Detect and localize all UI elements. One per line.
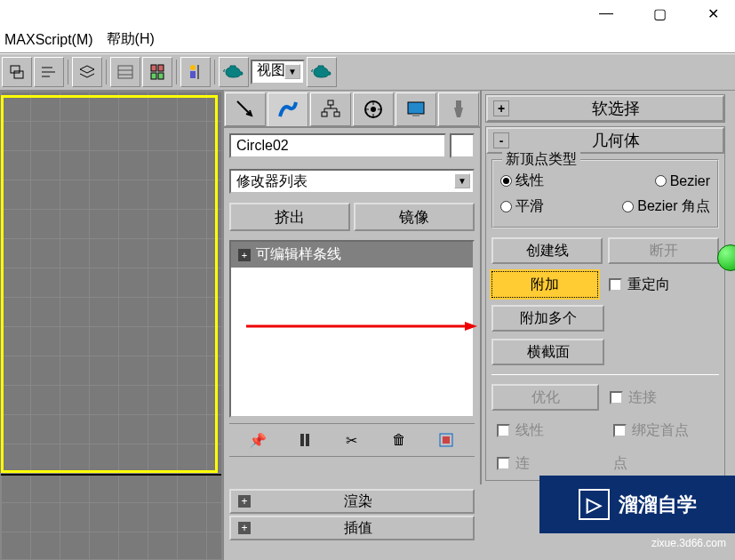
- teapot-render-icon[interactable]: [307, 57, 337, 87]
- close-button[interactable]: ✕: [699, 0, 726, 27]
- plus-icon: +: [493, 100, 509, 116]
- tool-curve-icon[interactable]: [142, 57, 172, 87]
- maximize-button[interactable]: ▢: [646, 0, 673, 27]
- svg-rect-17: [408, 102, 424, 114]
- cmd-tab-create[interactable]: [225, 92, 266, 126]
- svg-rect-0: [11, 66, 20, 73]
- axis-line: [1, 474, 221, 476]
- modifier-list-dropdown[interactable]: 修改器列表: [229, 169, 475, 194]
- stack-item-label: 可编辑样条线: [256, 245, 341, 264]
- tool-schematic-icon[interactable]: [2, 57, 32, 87]
- attach-button[interactable]: 附加: [491, 271, 598, 298]
- modifier-stack[interactable]: + 可编辑样条线: [229, 240, 475, 418]
- svg-rect-6: [158, 65, 164, 71]
- tool-align-icon[interactable]: [34, 57, 64, 87]
- bind-first-checkbox[interactable]: [613, 424, 627, 437]
- minus-icon: -: [493, 132, 509, 148]
- minimize-button[interactable]: —: [593, 0, 619, 27]
- svg-rect-2: [118, 66, 132, 78]
- watermark-url: zixue.3d66.com: [651, 537, 726, 549]
- svg-rect-7: [151, 73, 156, 79]
- separator-icon: [68, 60, 68, 84]
- menu-help[interactable]: 帮助(H): [107, 30, 155, 49]
- svg-rect-22: [300, 434, 304, 446]
- cross-section-button[interactable]: 横截面: [491, 339, 604, 365]
- svg-rect-12: [328, 100, 333, 105]
- menu-maxscript[interactable]: MAXScript(M): [4, 32, 93, 48]
- cmd-tab-display[interactable]: [395, 92, 436, 126]
- separator-icon: [214, 60, 215, 84]
- radio-smooth[interactable]: 平滑: [500, 197, 544, 216]
- cmd-tab-hierarchy[interactable]: [310, 92, 351, 126]
- pin-icon[interactable]: 📌: [245, 428, 270, 452]
- object-color-swatch[interactable]: [450, 133, 475, 158]
- separator-icon: [106, 60, 107, 84]
- reorient-checkbox[interactable]: [609, 278, 622, 292]
- mirror-button[interactable]: 镜像: [354, 203, 475, 231]
- rollup-soft-selection[interactable]: + 软选择: [486, 95, 724, 122]
- configure-icon[interactable]: [434, 428, 459, 452]
- svg-rect-23: [306, 434, 309, 446]
- object-name-input[interactable]: [229, 133, 446, 158]
- teapot-icon[interactable]: [219, 57, 249, 87]
- svg-rect-25: [443, 436, 450, 444]
- separator-icon: [176, 60, 177, 84]
- connect2-checkbox[interactable]: [497, 457, 510, 470]
- viewport-active-border: [1, 95, 218, 473]
- remove-icon[interactable]: 🗑: [387, 428, 411, 452]
- cmd-tab-utilities[interactable]: [438, 92, 479, 126]
- plus-icon: +: [238, 495, 251, 508]
- tool-layers-icon[interactable]: [72, 57, 102, 87]
- cmd-tab-motion[interactable]: [353, 92, 394, 126]
- rollup-render[interactable]: + 渲染: [229, 489, 475, 514]
- new-vertex-type-group: 新顶点类型 线性 Bezier 平滑 Bezier 角点: [491, 159, 719, 228]
- connect-checkbox[interactable]: [610, 391, 623, 404]
- radio-bezier[interactable]: Bezier: [655, 172, 710, 190]
- make-unique-icon[interactable]: ✂: [340, 428, 364, 452]
- svg-marker-21: [465, 322, 477, 331]
- separator: [491, 374, 719, 375]
- radio-linear[interactable]: 线性: [500, 172, 544, 190]
- svg-point-16: [371, 107, 376, 112]
- svg-rect-8: [158, 73, 164, 79]
- create-line-button[interactable]: 创建线: [491, 237, 603, 264]
- stack-item-editable-spline[interactable]: + 可编辑样条线: [231, 242, 473, 268]
- svg-rect-19: [456, 100, 461, 108]
- viewport[interactable]: [0, 91, 222, 560]
- watermark: ▷ 溜溜自学: [539, 476, 735, 533]
- plus-icon: +: [238, 522, 251, 534]
- cmd-tab-modify[interactable]: [268, 92, 308, 126]
- break-button[interactable]: 断开: [608, 237, 719, 264]
- svg-rect-5: [151, 65, 156, 71]
- show-end-result-icon[interactable]: [292, 428, 317, 452]
- modify-panel: 修改器列表 挤出 镜像 + 可编辑样条线 📌 ✂ 🗑: [222, 91, 480, 560]
- svg-rect-13: [322, 112, 327, 116]
- main-toolbar: 视图: [0, 53, 735, 91]
- plus-icon[interactable]: +: [238, 249, 251, 261]
- svg-rect-18: [412, 114, 419, 116]
- geometry-panel: + 软选择 - 几何体 新顶点类型 线性 Bezier 平滑 Bezier 角点…: [480, 91, 729, 484]
- tool-track-icon[interactable]: [110, 57, 140, 87]
- svg-point-9: [190, 65, 196, 70]
- annotation-arrow-icon: [246, 322, 477, 331]
- extrude-button[interactable]: 挤出: [229, 203, 350, 231]
- svg-rect-1: [14, 71, 23, 78]
- view-select[interactable]: 视图: [251, 60, 305, 84]
- play-icon: ▷: [579, 489, 610, 520]
- optimize-button[interactable]: 优化: [491, 384, 599, 411]
- radio-bezier-corner[interactable]: Bezier 角点: [622, 197, 710, 216]
- rollup-interpolation[interactable]: + 插值: [229, 516, 475, 540]
- attach-multiple-button[interactable]: 附加多个: [491, 305, 604, 332]
- svg-rect-10: [190, 71, 196, 78]
- tool-mirror-icon[interactable]: [180, 57, 211, 87]
- svg-rect-14: [334, 112, 340, 116]
- linear-checkbox[interactable]: [497, 424, 510, 437]
